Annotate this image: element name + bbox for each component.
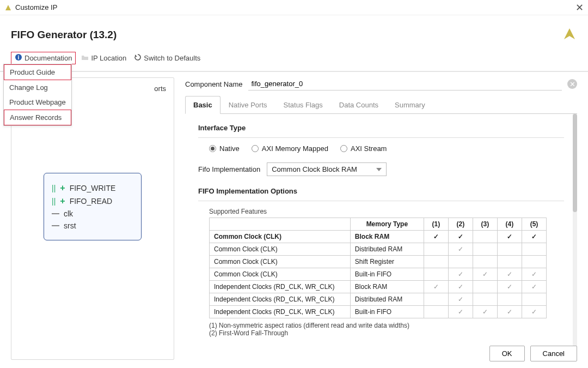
ip-block-symbol: || + FIFO_WRITE || + FIFO_READ clk srst	[44, 173, 142, 240]
component-name-label: Component Name	[185, 80, 243, 88]
cell-clock: Independent Clocks (RD_CLK, WR_CLK)	[210, 293, 351, 306]
cell-feature: ✓	[522, 268, 546, 281]
cell-feature	[473, 243, 497, 256]
cell-feature: ✓	[448, 231, 473, 243]
cell-feature	[424, 268, 448, 281]
radio-circle-icon	[340, 145, 347, 152]
port-srst: srst	[52, 221, 133, 230]
app-icon	[4, 4, 12, 11]
tab-native-ports[interactable]: Native Ports	[220, 96, 275, 113]
cell-feature: ✓	[448, 293, 473, 306]
clear-icon[interactable]: ✕	[567, 79, 577, 89]
basic-panel: Interface Type Native AXI Memory Mapped …	[185, 114, 577, 360]
radio-axi-stream[interactable]: AXI Stream	[340, 144, 387, 153]
main: orts || + FIFO_WRITE || + FIFO_READ clk …	[0, 71, 588, 360]
switch-defaults-button[interactable]: Switch to Defaults	[132, 52, 203, 64]
cancel-button[interactable]: Cancel	[530, 346, 577, 361]
cell-mem: Distributed RAM	[350, 243, 424, 256]
fifo-impl-select[interactable]: Common Clock Block RAM	[267, 162, 387, 176]
cell-feature: ✓	[473, 306, 497, 318]
pin-icon	[52, 225, 59, 226]
table-row: Independent Clocks (RD_CLK, WR_CLK)Block…	[210, 281, 547, 293]
footer-buttons: OK Cancel	[489, 346, 577, 361]
th-memory-type: Memory Type	[350, 218, 424, 231]
cell-feature: ✓	[497, 231, 522, 243]
th-4: (4)	[497, 218, 522, 231]
fifo-impl-label: Fifo Implementation	[198, 165, 260, 173]
cell-feature	[448, 256, 473, 268]
th-blank	[210, 218, 351, 231]
doc-menu-change-log[interactable]: Change Log	[4, 80, 71, 95]
scrollbar[interactable]	[573, 114, 577, 360]
table-row: Common Clock (CLK)Distributed RAM✓	[210, 243, 547, 256]
th-5: (5)	[522, 218, 546, 231]
cell-feature: ✓	[522, 281, 546, 293]
cell-clock: Common Clock (CLK)	[210, 256, 351, 268]
component-name-row: Component Name ✕	[185, 77, 577, 91]
documentation-label: Documentation	[24, 54, 72, 62]
table-row: Common Clock (CLK)Built-in FIFO✓✓✓✓	[210, 268, 547, 281]
cell-feature	[424, 293, 448, 306]
svg-text:i: i	[18, 55, 20, 61]
scrollbar-thumb[interactable]	[573, 114, 577, 212]
th-2: (2)	[448, 218, 473, 231]
port-label: FIFO_WRITE	[70, 184, 116, 192]
expand-icon: +	[60, 196, 65, 206]
table-header-row: Memory Type (1) (2) (3) (4) (5)	[210, 218, 547, 231]
cell-feature	[424, 306, 448, 318]
radio-axi-mm[interactable]: AXI Memory Mapped	[252, 144, 328, 153]
tab-summary[interactable]: Summary	[387, 96, 433, 113]
tab-status-flags[interactable]: Status Flags	[275, 96, 331, 113]
tab-basic[interactable]: Basic	[185, 96, 220, 114]
table-row: Independent Clocks (RD_CLK, WR_CLK)Built…	[210, 306, 547, 318]
cell-feature	[522, 256, 546, 268]
radio-circle-icon	[252, 145, 259, 152]
cell-clock: Common Clock (CLK)	[210, 231, 351, 243]
table-row: Independent Clocks (RD_CLK, WR_CLK)Distr…	[210, 293, 547, 306]
folder-icon	[81, 53, 89, 63]
expand-icon: +	[60, 183, 65, 193]
footnote-2: (2) First-Word Fall-Through	[209, 329, 564, 337]
ip-location-button[interactable]: IP Location	[79, 52, 128, 64]
port-fifo-read[interactable]: || + FIFO_READ	[52, 196, 133, 206]
port-clk: clk	[52, 209, 133, 218]
th-1: (1)	[424, 218, 448, 231]
cell-feature	[424, 243, 448, 256]
bus-lines-icon: ||	[52, 184, 56, 192]
radio-native[interactable]: Native	[209, 144, 240, 153]
cell-feature: ✓	[448, 268, 473, 281]
page-title: FIFO Generator (13.2)	[11, 29, 117, 41]
doc-menu-answer-records[interactable]: Answer Records	[4, 110, 71, 125]
component-name-input[interactable]	[248, 77, 562, 91]
cell-feature: ✓	[473, 268, 497, 281]
cell-feature: ✓	[497, 306, 522, 318]
doc-menu-product-guide[interactable]: Product Guide	[4, 64, 71, 80]
cell-mem: Built-in FIFO	[350, 268, 424, 281]
th-3: (3)	[473, 218, 497, 231]
footnote-1: (1) Non-symmetric aspect ratios (differe…	[209, 322, 564, 329]
cell-clock: Common Clock (CLK)	[210, 268, 351, 281]
cell-feature: ✓	[448, 306, 473, 318]
port-label: clk	[64, 209, 73, 218]
cell-feature	[424, 256, 448, 268]
interface-type-title: Interface Type	[198, 124, 564, 132]
cell-clock: Common Clock (CLK)	[210, 243, 351, 256]
cell-feature	[497, 293, 522, 306]
doc-menu-product-webpage[interactable]: Product Webpage	[4, 95, 71, 110]
documentation-dropdown: Product Guide Change Log Product Webpage…	[3, 64, 72, 126]
close-icon[interactable]: ✕	[575, 2, 584, 14]
cell-feature: ✓	[522, 231, 546, 243]
tab-data-counts[interactable]: Data Counts	[331, 96, 387, 113]
cell-feature	[522, 293, 546, 306]
cell-clock: Independent Clocks (RD_CLK, WR_CLK)	[210, 281, 351, 293]
switch-defaults-label: Switch to Defaults	[144, 54, 200, 62]
cell-mem: Built-in FIFO	[350, 306, 424, 318]
documentation-button[interactable]: i Documentation	[11, 52, 76, 64]
toolbar: i Documentation IP Location Switch to De…	[0, 49, 588, 71]
port-fifo-write[interactable]: || + FIFO_WRITE	[52, 183, 133, 193]
ok-button[interactable]: OK	[489, 346, 525, 361]
cell-feature	[473, 231, 497, 243]
cell-mem: Shift Register	[350, 256, 424, 268]
refresh-icon	[134, 53, 142, 63]
port-label: FIFO_READ	[70, 197, 113, 206]
